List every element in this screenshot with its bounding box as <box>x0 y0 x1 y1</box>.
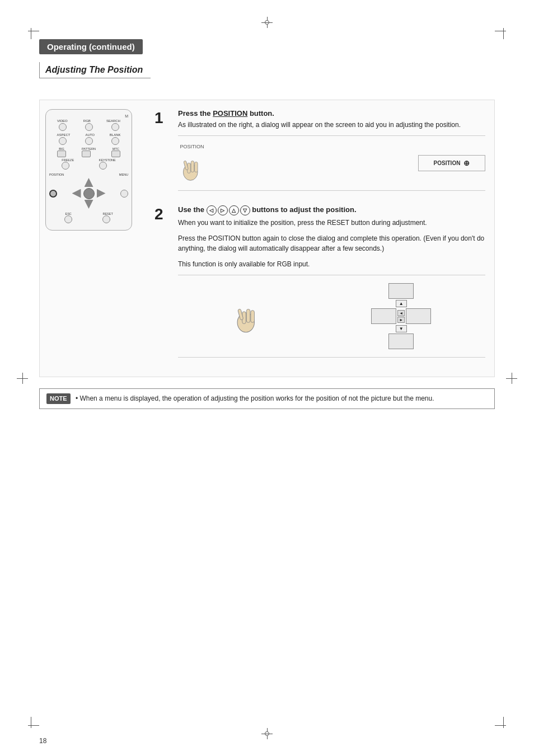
remote-control: M VIDEORGBSEARCH ASPECTAUTOBLANK <box>45 109 132 231</box>
dpad-down <box>85 200 93 209</box>
step2-hand-icon <box>232 298 263 335</box>
arrow-btn-down: ▽ <box>240 205 250 215</box>
dir-label-down: ▼ <box>396 325 407 332</box>
section-title: Adjusting The Position <box>45 65 143 74</box>
steps-area: 1 Press the POSITION button. As illustra… <box>154 109 485 368</box>
center-mark-top <box>261 17 273 28</box>
remote-btn-search <box>111 123 119 131</box>
step-2-desc-1: When you want to initialize the position… <box>178 218 485 228</box>
svg-rect-8 <box>251 310 255 322</box>
note-badge: NOTE <box>46 393 71 404</box>
remote-label-row1: VIDEORGBSEARCH <box>49 119 128 123</box>
remote-circle-row2 <box>49 137 128 145</box>
step1-screen-label: POSITION <box>434 160 461 166</box>
step1-arrow-icon: ⊕ <box>463 159 470 167</box>
dir-label-right: ► <box>397 317 405 323</box>
remote-btn-blank <box>111 137 119 145</box>
step-1: 1 Press the POSITION button. As illustra… <box>154 109 485 195</box>
remote-btn-position <box>49 190 57 198</box>
center-mark-right <box>506 373 517 384</box>
arrow-btn-up: △ <box>229 205 239 215</box>
remote-btn-video <box>59 123 67 131</box>
svg-rect-2 <box>191 161 194 172</box>
step-1-number: 1 <box>154 110 170 195</box>
section-title-box: Adjusting The Position <box>39 62 151 78</box>
center-mark-left <box>17 373 28 384</box>
dpad-center <box>83 188 95 199</box>
page-number: 18 <box>39 737 46 745</box>
step-2: 2 Use the ◁ ▷ △ ▽ buttons to adjust the <box>154 205 485 358</box>
center-mark-bottom <box>261 728 273 739</box>
arrow-btn-left: ◁ <box>207 205 217 215</box>
page-content: Operating (continued) Adjusting The Posi… <box>39 39 495 717</box>
remote-btn-aspect <box>59 137 67 145</box>
dpad-left <box>72 189 81 198</box>
remote-btn-esc <box>64 215 72 223</box>
remote-btn-mtc <box>111 151 120 157</box>
step-1-title-bold: POSITION <box>213 109 247 118</box>
svg-rect-7 <box>246 309 250 322</box>
step-2-title: Use the ◁ ▷ △ ▽ buttons to adjust the po… <box>178 205 485 215</box>
content-area: M VIDEORGBSEARCH ASPECTAUTOBLANK <box>45 109 485 368</box>
dir-label-left: ◄ <box>397 310 405 316</box>
dir-box-bottom <box>388 334 414 349</box>
remote-btn-big <box>57 151 66 157</box>
dir-box-right <box>406 308 431 324</box>
step-2-arrow-buttons: ◁ ▷ △ ▽ <box>207 205 250 215</box>
remote-btn-reset <box>102 215 110 223</box>
dir-box-top <box>388 283 414 299</box>
step-2-desc-2: Press the POSITION button again to close… <box>178 233 485 253</box>
reg-mark-tl <box>22 22 39 39</box>
remote-btn-pattern <box>82 151 91 157</box>
section-header: Operating (continued) <box>39 39 143 54</box>
note-text: • When a menu is displayed, the operatio… <box>76 395 434 402</box>
step1-position-label: POSITION <box>180 144 204 149</box>
step-2-desc-3: This function is only available for RGB … <box>178 259 485 269</box>
main-content-box: M VIDEORGBSEARCH ASPECTAUTOBLANK <box>39 100 495 377</box>
remote-btn-auto <box>85 137 93 145</box>
dir-label-up: ▲ <box>396 300 407 307</box>
remote-dpad <box>72 178 106 209</box>
step-1-content: Press the POSITION button. As illustrate… <box>178 109 485 195</box>
remote-btn-freeze <box>62 162 69 170</box>
reg-mark-br <box>495 717 512 734</box>
step-2-content: Use the ◁ ▷ △ ▽ buttons to adjust the po… <box>178 205 485 358</box>
reg-mark-tr <box>495 22 512 39</box>
remote-label-row2: ASPECTAUTOBLANK <box>49 133 128 137</box>
step1-hand-icon <box>178 152 206 182</box>
step-2-title-suffix: buttons to adjust the position. <box>252 205 356 214</box>
step-1-title: Press the POSITION button. <box>178 109 485 118</box>
dir-box-left <box>371 308 396 324</box>
step2-direction-diagram: ▲ ◄ ► <box>371 283 431 349</box>
svg-rect-3 <box>195 162 198 172</box>
note-box: NOTE • When a menu is displayed, the ope… <box>39 388 495 409</box>
step-2-number: 2 <box>154 206 170 358</box>
remote-btn-rgb <box>85 123 93 131</box>
dpad-right <box>97 189 106 198</box>
remote-btn-keystone <box>99 162 107 170</box>
reg-mark-bl <box>22 717 39 734</box>
remote-btn-menu <box>120 190 128 198</box>
arrow-btn-right: ▷ <box>218 205 228 215</box>
dpad-up <box>85 178 93 187</box>
remote-circle-row1 <box>49 123 128 131</box>
remote-label-menu: MENU <box>119 173 128 176</box>
remote-area: M VIDEORGBSEARCH ASPECTAUTOBLANK <box>45 109 143 368</box>
step-2-title-text: Use the <box>178 205 204 214</box>
remote-label-position: POSITION <box>49 173 64 176</box>
step-1-desc: As illustrated on the right, a dialog wi… <box>178 120 485 130</box>
